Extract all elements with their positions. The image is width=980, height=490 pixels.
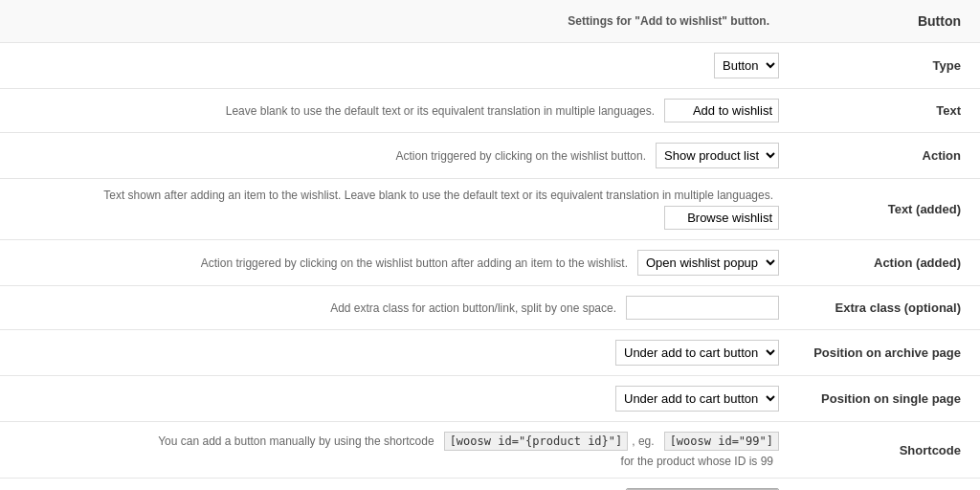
action-control-cell: Action triggered by clicking on the wish… (0, 133, 789, 179)
position-archive-label: Position on archive page (789, 330, 980, 376)
settings-page: Settings for "Add to wishlist" button. B… (0, 0, 980, 490)
extra-class-row: Add extra class for action button/link, … (0, 286, 980, 330)
categories-row: Only show the wishlist button for produc… (0, 479, 980, 491)
text-label: Text (789, 89, 980, 133)
action-added-row-inline: Action triggered by clicking on the wish… (0, 250, 779, 276)
text-added-control-cell: Text shown after adding an item to the w… (0, 179, 789, 240)
extra-class-input[interactable] (626, 296, 779, 320)
action-row-inline: Action triggered by clicking on the wish… (0, 143, 779, 168)
position-single-select[interactable]: Under add to cart button (615, 386, 779, 412)
text-added-row-inline: Text shown after adding an item to the w… (0, 189, 779, 230)
text-added-input[interactable] (664, 206, 779, 230)
extra-class-description: Add extra class for action button/link, … (330, 301, 616, 315)
action-added-label: Action (added) (789, 240, 980, 286)
text-added-row: Text shown after adding an item to the w… (0, 179, 980, 240)
action-added-row: Action triggered by clicking on the wish… (0, 240, 980, 286)
header-row: Settings for "Add to wishlist" button. B… (0, 0, 980, 43)
text-row-inline: Leave blank to use the default text or i… (0, 99, 779, 122)
position-archive-select[interactable]: Under add to cart button (615, 340, 779, 366)
header-title: Button (789, 0, 980, 43)
shortcode-suffix: for the product whose ID is 99 (621, 455, 773, 468)
action-added-select[interactable]: Open wishlist popup Show product list (637, 250, 779, 276)
action-select[interactable]: Show product list Show product (656, 143, 779, 168)
type-row: Button Type (0, 43, 980, 89)
type-label: Type (789, 43, 980, 89)
settings-table: Settings for "Add to wishlist" button. B… (0, 0, 980, 490)
action-description: Action triggered by clicking on the wish… (396, 149, 646, 163)
shortcode-row-inline: You can add a button manually by using t… (0, 432, 779, 468)
position-single-label: Position on single page (789, 376, 980, 422)
extra-class-label: Extra class (optional) (789, 286, 980, 330)
categories-label: Categories (789, 479, 980, 491)
type-select[interactable]: Button (714, 53, 779, 78)
extra-class-control-cell: Add extra class for action button/link, … (0, 286, 789, 330)
type-control-cell: Button (0, 43, 789, 89)
shortcode-example: [woosw id="99"] (664, 432, 779, 451)
text-row: Leave blank to use the default text or i… (0, 89, 980, 133)
text-input[interactable] (664, 99, 779, 122)
shortcode-control-cell: You can add a button manually by using t… (0, 422, 789, 479)
action-label: Action (789, 133, 980, 179)
action-row: Action triggered by clicking on the wish… (0, 133, 980, 179)
position-archive-row: Under add to cart button Position on arc… (0, 330, 980, 376)
extra-class-row-inline: Add extra class for action button/link, … (0, 296, 779, 320)
action-added-control-cell: Action triggered by clicking on the wish… (0, 240, 789, 286)
position-archive-control-cell: Under add to cart button (0, 330, 789, 376)
position-single-control-cell: Under add to cart button (0, 376, 789, 422)
text-description: Leave blank to use the default text or i… (226, 104, 655, 118)
shortcode-eg: , eg. (632, 434, 654, 448)
shortcode-label: Shortcode (789, 422, 980, 479)
shortcode-template: [woosw id="{product id}"] (444, 432, 629, 451)
header-description: Settings for "Add to wishlist" button. (0, 0, 789, 43)
shortcode-description: You can add a button manually by using t… (158, 434, 434, 448)
text-added-label: Text (added) (789, 179, 980, 240)
categories-control-cell: Only show the wishlist button for produc… (0, 479, 789, 491)
action-added-description: Action triggered by clicking on the wish… (201, 256, 628, 270)
position-single-row: Under add to cart button Position on sin… (0, 376, 980, 422)
text-added-description: Text shown after adding an item to the w… (103, 189, 773, 202)
shortcode-row: You can add a button manually by using t… (0, 422, 980, 479)
text-control-cell: Leave blank to use the default text or i… (0, 89, 789, 133)
